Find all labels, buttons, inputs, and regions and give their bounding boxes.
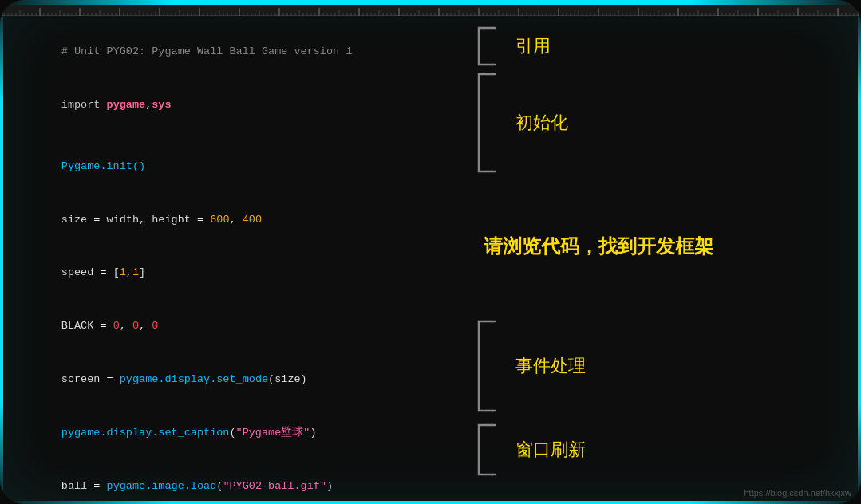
main-label: 请浏览代码，找到开发框架: [484, 234, 713, 258]
code-line-import: import pygame,sys: [10, 79, 448, 132]
right-border: [858, 0, 861, 504]
annotation-init: 初始化: [471, 67, 845, 179]
top-border: [0, 0, 861, 5]
screen-container: // Generated inline via CSS background #…: [0, 0, 861, 504]
event-label: 事件处理: [515, 354, 586, 378]
blank-1: [10, 132, 448, 140]
code-line-size: size = width, height = 600, 400: [10, 193, 448, 246]
annotation-panel: 引用 初始化 请浏览代码，找到开发框架 事件处理: [455, 16, 861, 504]
refresh-label: 窗口刷新: [515, 438, 586, 462]
code-line-comment: # Unit PYG02: Pygame Wall Ball Game vers…: [10, 26, 448, 79]
annotation-main: 请浏览代码，找到开发框架: [471, 179, 845, 314]
main-content: # Unit PYG02: Pygame Wall Ball Game vers…: [0, 16, 861, 504]
code-line-speed: speed = [1,1]: [10, 246, 448, 300]
bracket-refresh-icon: [471, 422, 503, 478]
init-label: 初始化: [515, 111, 568, 135]
code-line-ball: ball = pygame.image.load("PYG02-ball.gif…: [10, 459, 448, 504]
code-line-screen: screen = pygame.display.set_mode(size): [10, 353, 448, 407]
annotation-import: 引用: [471, 26, 845, 67]
bottom-border: [0, 501, 861, 504]
annotation-refresh: 窗口刷新: [471, 418, 845, 482]
left-border: [0, 0, 3, 504]
code-line-caption: pygame.display.set_caption("Pygame壁球"): [10, 407, 448, 460]
bracket-event-icon: [471, 314, 503, 418]
import-label: 引用: [515, 34, 551, 58]
url-watermark: https://blog.csdn.net/hxxjxw: [744, 488, 851, 498]
code-line-black: BLACK = 0, 0, 0: [10, 300, 448, 353]
code-panel: # Unit PYG02: Pygame Wall Ball Game vers…: [0, 16, 455, 504]
bracket-init-icon: [471, 67, 503, 179]
code-line-init: Pygame.init(): [10, 140, 448, 194]
ruler: // Generated inline via CSS background: [0, 5, 861, 16]
annotation-event: 事件处理: [471, 314, 845, 418]
bracket-import-icon: [471, 26, 503, 66]
